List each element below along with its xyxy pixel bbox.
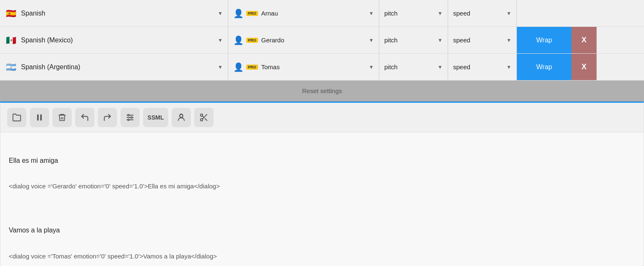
speed-arrow-3: ▼ [506,64,511,70]
voice-select-wrap-3: 👤 PRO Tomas ▼ [228,54,379,80]
speed-dropdown-3[interactable]: speed [453,63,505,70]
open-folder-button[interactable] [7,108,26,127]
undo-button[interactable] [75,108,94,127]
pro-badge-1: PRO [246,11,258,16]
voice-profile-button[interactable] [172,108,191,127]
pitch-container-3: pitch ▼ [384,63,443,70]
reset-settings-label: Reset settings [302,87,342,94]
speed-dropdown-2[interactable]: speed [453,37,505,44]
flag-icon-2: 🇲🇽 [5,34,17,46]
pitch-wrap-3: pitch ▼ [379,54,448,80]
language-select-container-1: Spanish Spanish (Mexico) Spanish (Argent… [21,10,223,17]
pro-badge-2: PRO [246,38,258,43]
voice-select-container-3: Tomas ▼ [261,63,374,70]
ssml-button[interactable]: SSML [143,108,168,127]
voice-person-icon-2: 👤 [233,35,244,45]
voice-dropdown-2[interactable]: Gerardo [261,37,368,44]
language-row-3: 🇦🇷 Spanish (Argentina) Spanish Spanish (… [0,54,644,81]
wrap-button-2[interactable]: Wrap [517,27,571,53]
pitch-dropdown-3[interactable]: pitch [384,63,436,70]
top-section: 🇪🇸 Spanish Spanish (Mexico) Spanish (Arg… [0,0,644,102]
pitch-arrow-2: ▼ [438,37,443,43]
speed-container-3: speed ▼ [453,63,511,70]
language-dropdown-3[interactable]: Spanish (Argentina) Spanish Spanish (Mex… [21,63,216,70]
speed-container-2: speed ▼ [453,37,511,44]
speed-wrap-2: speed ▼ [448,27,517,53]
svg-point-8 [131,117,133,118]
editor-blank-1 [9,206,635,212]
flag-icon-1: 🇪🇸 [5,8,17,19]
speed-arrow-1: ▼ [506,10,511,16]
x-button-2[interactable]: X [571,27,597,53]
voice-dropdown-1[interactable]: Arnau [261,10,368,17]
svg-line-15 [205,118,207,120]
speed-wrap-3: speed ▼ [448,54,517,80]
reset-settings-bar[interactable]: Reset settings [0,81,644,102]
language-select-wrap-2: 🇲🇽 Spanish (Mexico) Spanish Spanish (Arg… [0,27,228,53]
pitch-dropdown-1[interactable]: pitch [384,10,436,17]
svg-point-9 [128,119,130,121]
language-row-1: 🇪🇸 Spanish Spanish (Mexico) Spanish (Arg… [0,0,644,27]
lang-arrow-1: ▼ [218,10,223,16]
language-dropdown-2[interactable]: Spanish (Mexico) Spanish Spanish (Argent… [21,37,216,44]
settings-button[interactable] [120,108,140,127]
pitch-dropdown-2[interactable]: pitch [384,37,436,44]
editor-line-3: Vamos a la playa [9,224,635,237]
clean-button[interactable] [52,108,72,127]
voice-dropdown-3[interactable]: Tomas [261,63,368,70]
speed-container-1: speed ▼ [453,10,511,17]
pitch-container-1: pitch ▼ [384,10,443,17]
voice-select-wrap-1: 👤 PRO Arnau ▼ [228,0,379,26]
x-button-3[interactable]: X [571,54,597,80]
svg-point-7 [128,115,130,116]
editor-line-2: <dialog voice ='Gerardo' emotion='0' spe… [9,180,635,192]
speed-dropdown-1[interactable]: speed [453,10,505,17]
pro-badge-3: PRO [246,65,258,70]
svg-line-16 [202,116,204,117]
pitch-wrap-2: pitch ▼ [379,27,448,53]
language-select-container-2: Spanish (Mexico) Spanish Spanish (Argent… [21,37,223,44]
pitch-arrow-3: ▼ [438,64,443,70]
language-dropdown-1[interactable]: Spanish Spanish (Mexico) Spanish (Argent… [21,10,216,17]
voice-arrow-3: ▼ [369,64,374,70]
wrap-button-3[interactable]: Wrap [517,54,571,80]
language-row-2: 🇲🇽 Spanish (Mexico) Spanish Spanish (Arg… [0,27,644,54]
redo-button[interactable] [98,108,117,127]
voice-arrow-2: ▼ [369,37,374,43]
pitch-wrap-1: pitch ▼ [379,0,448,26]
speed-wrap-1: speed ▼ [448,0,517,26]
voice-arrow-1: ▼ [369,10,374,16]
editor-textarea[interactable]: Ella es mi amiga <dialog voice ='Gerardo… [0,133,644,266]
language-select-wrap-3: 🇦🇷 Spanish (Argentina) Spanish Spanish (… [0,54,228,80]
voice-select-container-1: Arnau ▼ [261,10,374,17]
lang-arrow-2: ▼ [218,37,223,43]
flag-icon-3: 🇦🇷 [5,61,17,73]
voice-select-container-2: Gerardo ▼ [261,37,374,44]
speed-arrow-2: ▼ [506,37,511,43]
svg-rect-1 [40,115,42,121]
voice-person-icon-1: 👤 [233,8,244,18]
lang-arrow-3: ▼ [218,64,223,70]
voice-select-wrap-2: 👤 PRO Gerardo ▼ [228,27,379,53]
svg-rect-0 [37,115,39,121]
language-select-container-3: Spanish (Argentina) Spanish Spanish (Mex… [21,63,223,70]
editor-line-4: <dialog voice ='Tomas' emotion='0' speed… [9,250,635,262]
scissors-button[interactable] [194,108,214,127]
app-container: 🇪🇸 Spanish Spanish (Mexico) Spanish (Arg… [0,0,644,266]
pause-button[interactable] [30,108,49,127]
language-select-wrap-1: 🇪🇸 Spanish Spanish (Mexico) Spanish (Arg… [0,0,228,26]
pitch-arrow-1: ▼ [438,10,443,16]
voice-person-icon-3: 👤 [233,62,244,72]
pitch-container-2: pitch ▼ [384,37,443,44]
editor-section: SSML Ella es mi amiga <dialog voice = [0,102,644,266]
editor-line-1: Ella es mi amiga [9,155,635,167]
toolbar: SSML [0,103,644,133]
